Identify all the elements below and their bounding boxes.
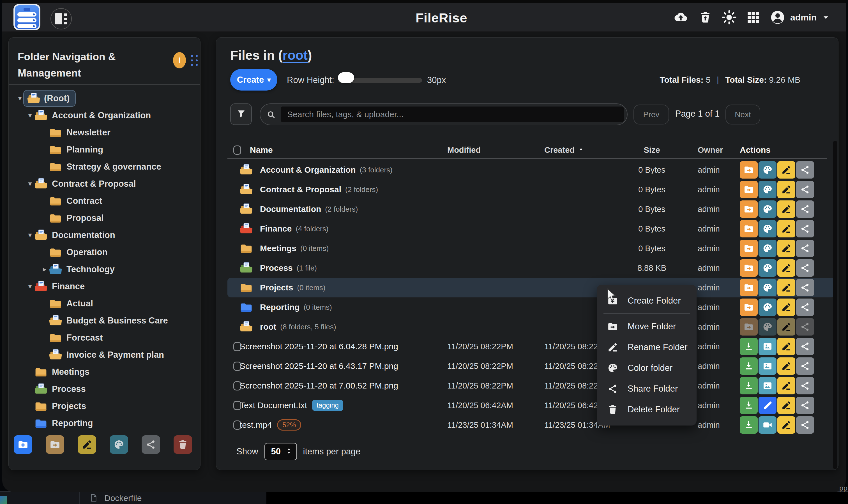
info-icon[interactable]: i	[173, 52, 186, 68]
edit-text-action-button[interactable]	[759, 397, 777, 414]
rename-action-button[interactable]	[777, 259, 795, 277]
rename-action-button[interactable]	[777, 161, 795, 179]
tree-item-meetings[interactable]: Meetings	[9, 363, 200, 380]
color-folder-action-button[interactable]	[759, 161, 777, 179]
color-folder-action-button[interactable]	[759, 200, 777, 218]
rename-action-button[interactable]	[777, 220, 795, 237]
share-action-button[interactable]	[796, 240, 814, 257]
rename-action-button[interactable]	[777, 377, 795, 394]
table-row-contract-proposal[interactable]: Contract & Proposal(2 folders)0 Bytesadm…	[227, 180, 830, 199]
tree-item-contract-proposal[interactable]: ▾Contract & Proposal	[9, 175, 200, 192]
table-row-projects[interactable]: Projects(0 items)0 Bytesadmin	[227, 278, 834, 298]
color-folder-action-button[interactable]	[759, 240, 777, 257]
move-folder-action-button[interactable]	[740, 299, 758, 316]
share-action-button[interactable]	[796, 299, 814, 316]
tree-item-process[interactable]: Process	[9, 380, 200, 397]
tree-item-contract[interactable]: Contract	[9, 192, 200, 210]
table-row-meetings[interactable]: Meetings(0 items)0 Bytesadmin	[227, 238, 830, 258]
download-action-button[interactable]	[740, 377, 758, 394]
table-row-finance[interactable]: Finance(4 folders)0 Bytesadmin	[227, 219, 830, 238]
filter-button[interactable]	[230, 104, 252, 125]
rename-action-button[interactable]	[777, 240, 795, 257]
create-folder-button[interactable]	[14, 435, 32, 454]
items-per-page-select[interactable]: 50	[264, 443, 297, 460]
search-input[interactable]	[281, 107, 624, 122]
table-row-text-document-txt[interactable]: Text Document.txttagging11/20/25 06:42AM…	[227, 396, 830, 415]
tree-item-invoice-payment-plan[interactable]: Invoice & Payment plan	[9, 346, 200, 363]
preview-image-action-button[interactable]	[759, 338, 777, 355]
root-folder-link[interactable]: root	[283, 48, 307, 62]
table-row-screenshot-2025-11-20-at-6-43-17-pm-png[interactable]: Screenshot 2025-11-20 at 6.43.17 PM.png1…	[227, 356, 830, 376]
tree-item-forecast[interactable]: Forecast	[9, 329, 200, 346]
tree-item-root[interactable]: ▾(Root)	[9, 90, 200, 107]
tree-item-technology[interactable]: ▸Technology	[9, 261, 200, 278]
trash-restore-button[interactable]	[699, 10, 712, 25]
column-header-modified[interactable]: Modified	[447, 145, 544, 155]
tree-item-reporting[interactable]: Reporting	[9, 415, 200, 432]
chevron-down-icon[interactable]: ▾	[25, 179, 35, 188]
move-folder-action-button[interactable]	[740, 200, 758, 218]
tree-item-finance[interactable]: ▾Finance	[9, 278, 200, 295]
color-folder-button[interactable]	[110, 435, 128, 454]
menu-item-share-folder[interactable]: Share Folder	[597, 378, 696, 399]
column-header-owner[interactable]: Owner	[672, 145, 740, 155]
table-row-test-mp4[interactable]: test.mp452%11/23/25 01:34AM11/23/25 01:3…	[227, 415, 830, 435]
delete-folder-button[interactable]	[174, 435, 192, 454]
share-action-button[interactable]	[796, 416, 814, 434]
color-folder-action-button[interactable]	[759, 220, 777, 237]
move-folder-button[interactable]	[46, 435, 64, 454]
move-folder-action-button[interactable]	[740, 161, 758, 179]
share-action-button[interactable]	[796, 161, 814, 179]
drag-handle-icon[interactable]	[191, 55, 198, 66]
tree-item-account-organization[interactable]: ▾Account & Organization	[9, 107, 200, 124]
next-page-button[interactable]: Next	[725, 105, 760, 124]
column-header-size[interactable]: Size	[631, 145, 672, 155]
rename-action-button[interactable]	[777, 338, 795, 355]
chevron-down-icon[interactable]: ▾	[25, 282, 35, 291]
tree-item-documentation[interactable]: ▾Documentation	[9, 227, 200, 244]
upload-button[interactable]	[672, 10, 689, 25]
table-row-reporting[interactable]: Reporting(0 items)admin	[227, 298, 830, 317]
theme-toggle-button[interactable]	[721, 10, 737, 25]
rename-action-button[interactable]	[777, 416, 795, 434]
table-scrollbar[interactable]	[833, 141, 837, 469]
share-folder-button[interactable]	[142, 435, 160, 454]
table-row-root[interactable]: root(8 folders, 5 files)admin	[227, 317, 830, 337]
share-action-button[interactable]	[796, 338, 814, 355]
chevron-right-icon[interactable]: ▸	[40, 265, 49, 274]
move-folder-action-button[interactable]	[740, 279, 758, 296]
create-button[interactable]: Create▾	[230, 69, 277, 91]
color-folder-action-button[interactable]	[759, 279, 777, 296]
color-folder-action-button[interactable]	[759, 259, 777, 277]
move-folder-action-button[interactable]	[740, 259, 758, 277]
color-folder-action-button[interactable]	[759, 299, 777, 316]
preview-image-action-button[interactable]	[759, 357, 777, 375]
share-action-button[interactable]	[796, 357, 814, 375]
share-action-button[interactable]	[796, 397, 814, 414]
download-action-button[interactable]	[740, 338, 758, 355]
rename-folder-button[interactable]	[78, 435, 96, 454]
share-action-button[interactable]	[796, 220, 814, 237]
rename-action-button[interactable]	[777, 181, 795, 198]
rename-action-button[interactable]	[777, 200, 795, 218]
chevron-down-icon[interactable]: ▾	[25, 111, 35, 120]
prev-page-button[interactable]: Prev	[634, 105, 669, 124]
rename-action-button[interactable]	[777, 357, 795, 375]
menu-item-color-folder[interactable]: Color folder	[597, 358, 696, 378]
share-action-button[interactable]	[796, 279, 814, 296]
table-row-account-organization[interactable]: Account & Organization(3 folders)0 Bytes…	[227, 160, 830, 180]
preview-video-action-button[interactable]	[759, 416, 777, 434]
column-header-name[interactable]: Name	[240, 145, 447, 155]
column-header-created[interactable]: Created	[544, 145, 631, 155]
move-folder-action-button[interactable]	[740, 240, 758, 257]
tree-item-planning[interactable]: Planning	[9, 141, 200, 158]
layout-toggle-button[interactable]	[51, 8, 72, 30]
row-height-slider-thumb[interactable]	[338, 72, 354, 83]
tree-item-budget-business-care[interactable]: Budget & Business Care	[9, 312, 200, 329]
move-folder-action-button[interactable]	[740, 220, 758, 237]
chevron-down-icon[interactable]: ▾	[25, 231, 35, 239]
share-action-button[interactable]	[796, 377, 814, 394]
download-action-button[interactable]	[740, 397, 758, 414]
rename-action-button[interactable]	[777, 397, 795, 414]
table-row-screenshot-2025-11-20-at-7-00-52-pm-png[interactable]: Screenshot 2025-11-20 at 7.00.52 PM.png1…	[227, 376, 830, 396]
